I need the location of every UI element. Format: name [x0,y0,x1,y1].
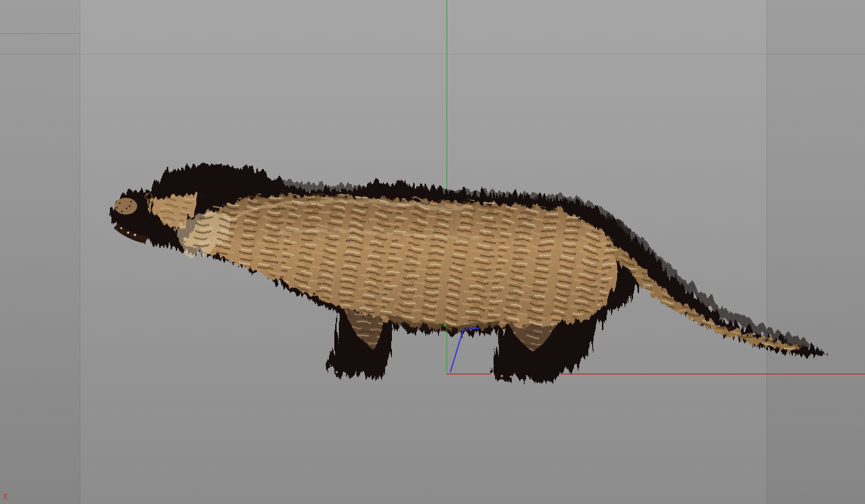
otter-snout-patch [114,198,137,214]
origin-dot [444,324,447,327]
axis-label-x: X [3,493,8,501]
tooth [134,234,136,236]
snout-speckle [129,205,130,207]
frame-shade-left [0,0,80,504]
claw [335,371,337,373]
claw [500,374,503,377]
snout-speckle [130,201,132,202]
snout-speckle [121,211,123,212]
claw [328,368,330,370]
application-window: X [0,0,865,504]
otter-eye-glint [146,194,148,196]
snout-speckle [126,208,127,209]
tooth [121,227,122,229]
claw [509,375,512,377]
tooth [127,232,130,234]
viewport-3d[interactable]: X [0,0,865,504]
snout-speckle [119,202,121,204]
frame-shade-right [767,0,865,504]
snout-speckle [116,207,118,208]
otter-eye [146,193,152,199]
claw [343,372,346,374]
claw [491,372,494,374]
